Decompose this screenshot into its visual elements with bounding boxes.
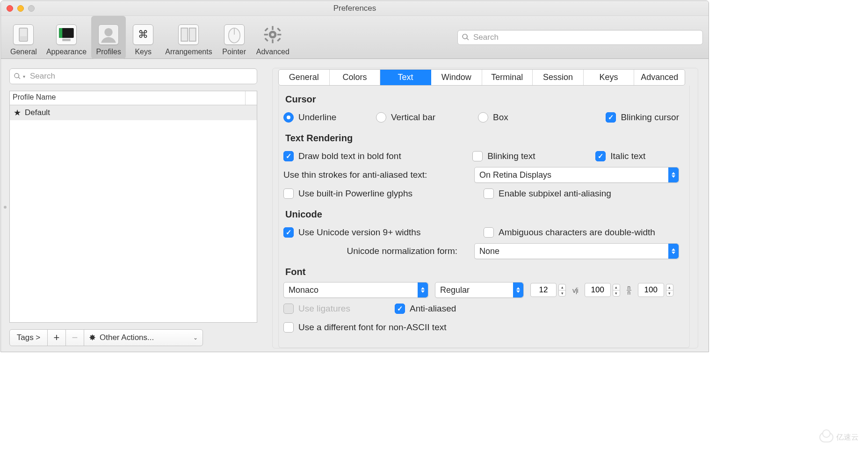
- subtab-text[interactable]: Text: [380, 70, 431, 85]
- toolbar-search[interactable]: [457, 30, 703, 45]
- stepper-arrows-icon[interactable]: ▴▾: [558, 284, 566, 297]
- profile-search[interactable]: ▾: [9, 68, 257, 84]
- hspacing-stepper[interactable]: ▴▾: [585, 283, 620, 297]
- traffic-lights: [7, 5, 35, 12]
- antialiased-checkbox[interactable]: Anti-aliased: [395, 304, 456, 314]
- profile-table: Profile Name ★ Default: [9, 91, 257, 323]
- svg-rect-15: [265, 28, 268, 31]
- search-icon: [462, 33, 470, 41]
- general-icon: [13, 24, 34, 45]
- gear-icon: ✸: [89, 333, 96, 343]
- profile-search-input[interactable]: [29, 71, 253, 81]
- vspacing-stepper[interactable]: ▴▾: [638, 283, 673, 297]
- preferences-toolbar: General Appearance Profiles ⌘ Keys Arran…: [1, 16, 709, 59]
- toolbar-item-keys[interactable]: ⌘ Keys: [126, 16, 160, 59]
- profile-table-body[interactable]: ★ Default: [10, 105, 257, 322]
- svg-rect-13: [264, 34, 268, 35]
- keys-icon: ⌘: [133, 24, 153, 45]
- svg-rect-16: [277, 28, 281, 31]
- svg-rect-11: [272, 26, 274, 29]
- zoom-window-button[interactable]: [28, 5, 35, 12]
- close-window-button[interactable]: [7, 5, 13, 12]
- stepper-arrows-icon[interactable]: ▴▾: [613, 284, 620, 297]
- svg-rect-1: [20, 36, 27, 40]
- blinking-cursor-checkbox[interactable]: Blinking cursor: [606, 112, 679, 123]
- font-family-popup[interactable]: Monaco: [283, 282, 428, 298]
- subtab-terminal[interactable]: Terminal: [482, 70, 533, 85]
- popup-arrows-icon: [418, 282, 428, 297]
- profile-extra-col[interactable]: [246, 91, 257, 105]
- cursor-underline-radio[interactable]: Underline: [283, 112, 363, 123]
- subtab-session[interactable]: Session: [533, 70, 584, 85]
- text-settings: Cursor Underline Vertical bar Box Blinki…: [278, 86, 690, 348]
- svg-rect-18: [277, 37, 281, 41]
- subtab-colors[interactable]: Colors: [330, 70, 381, 85]
- thin-strokes-label: Use thin strokes for anti-aliased text:: [283, 170, 461, 180]
- subtab-keys[interactable]: Keys: [584, 70, 635, 85]
- other-actions-button[interactable]: ✸ Other Actions... ⌄: [84, 329, 203, 346]
- toolbar-item-advanced[interactable]: Advanced: [252, 16, 294, 59]
- toolbar-item-pointer[interactable]: Pointer: [217, 16, 252, 59]
- toolbar-search-input[interactable]: [472, 32, 699, 43]
- cursor-section-title: Cursor: [285, 94, 679, 105]
- thin-strokes-popup[interactable]: On Retina Displays: [474, 167, 679, 183]
- svg-rect-14: [277, 34, 281, 35]
- minimize-window-button[interactable]: [17, 5, 24, 12]
- preferences-window: Preferences General Appearance Profiles …: [0, 0, 709, 352]
- draw-bold-checkbox[interactable]: Draw bold text in bold font: [283, 151, 459, 161]
- subtab-general[interactable]: General: [279, 70, 330, 85]
- chevron-down-icon: ⌄: [193, 334, 198, 341]
- window-title: Preferences: [1, 4, 709, 13]
- unicode-norm-popup[interactable]: None: [474, 243, 679, 259]
- pointer-icon: [224, 24, 245, 45]
- add-profile-button[interactable]: +: [47, 329, 66, 346]
- arrangements-icon: [178, 24, 199, 45]
- ligatures-checkbox: Use ligatures: [283, 304, 382, 314]
- chevron-down-icon[interactable]: ▾: [23, 74, 25, 79]
- titlebar: Preferences: [1, 1, 709, 16]
- toolbar-item-profiles[interactable]: Profiles: [91, 16, 126, 59]
- italic-text-checkbox[interactable]: Italic text: [595, 151, 679, 161]
- toolbar-item-arrangements[interactable]: Arrangements: [160, 16, 217, 59]
- font-size-stepper[interactable]: ▴▾: [530, 283, 566, 297]
- nonascii-font-checkbox[interactable]: Use a different font for non-ASCII text: [283, 322, 446, 333]
- profile-name-header[interactable]: Profile Name: [10, 91, 246, 105]
- profile-row-default[interactable]: ★ Default: [10, 105, 257, 120]
- tags-button[interactable]: Tags >: [9, 329, 48, 346]
- appearance-icon: [56, 24, 77, 45]
- profile-detail-panel: General Colors Text Window Terminal Sess…: [266, 59, 709, 352]
- search-icon: [14, 72, 21, 80]
- unicode-9-checkbox[interactable]: Use Unicode version 9+ widths: [283, 227, 470, 238]
- popup-arrows-icon: [668, 244, 679, 259]
- font-style-popup[interactable]: Regular: [435, 282, 524, 298]
- toolbar-item-appearance[interactable]: Appearance: [42, 16, 91, 59]
- powerline-checkbox[interactable]: Use built-in Powerline glyphs: [283, 188, 470, 199]
- font-size-input[interactable]: [530, 283, 557, 297]
- toolbar-item-general[interactable]: General: [6, 16, 42, 59]
- hspacing-input[interactable]: [585, 283, 611, 297]
- blinking-text-checkbox[interactable]: Blinking text: [472, 151, 582, 161]
- cloud-icon: [819, 432, 833, 442]
- subtab-window[interactable]: Window: [431, 70, 482, 85]
- advanced-icon: [262, 24, 283, 45]
- vspacing-input[interactable]: [638, 283, 664, 297]
- svg-rect-4: [62, 38, 71, 41]
- subtab-advanced[interactable]: Advanced: [634, 70, 685, 85]
- svg-rect-17: [265, 37, 268, 41]
- text-rendering-section-title: Text Rendering: [285, 133, 679, 144]
- drag-indicator-icon: [4, 206, 7, 209]
- cursor-vertical-radio[interactable]: Vertical bar: [376, 112, 465, 123]
- remove-profile-button[interactable]: −: [65, 329, 84, 346]
- ambiguous-width-checkbox[interactable]: Ambiguous characters are double-width: [484, 227, 655, 238]
- popup-arrows-icon: [668, 167, 679, 182]
- popup-arrows-icon: [513, 282, 523, 297]
- unicode-section-title: Unicode: [285, 209, 679, 220]
- profiles-sidebar: ▾ Profile Name ★ Default Tags > + −: [1, 59, 266, 352]
- subpixel-checkbox[interactable]: Enable subpixel anti-aliasing: [484, 188, 611, 199]
- profiles-icon: [98, 24, 119, 45]
- svg-rect-7: [189, 28, 196, 41]
- profiles-footer: Tags > + − ✸ Other Actions... ⌄: [9, 329, 257, 346]
- stepper-arrows-icon[interactable]: ▴▾: [666, 284, 673, 297]
- profile-row-name: Default: [25, 108, 50, 117]
- cursor-box-radio[interactable]: Box: [478, 112, 571, 123]
